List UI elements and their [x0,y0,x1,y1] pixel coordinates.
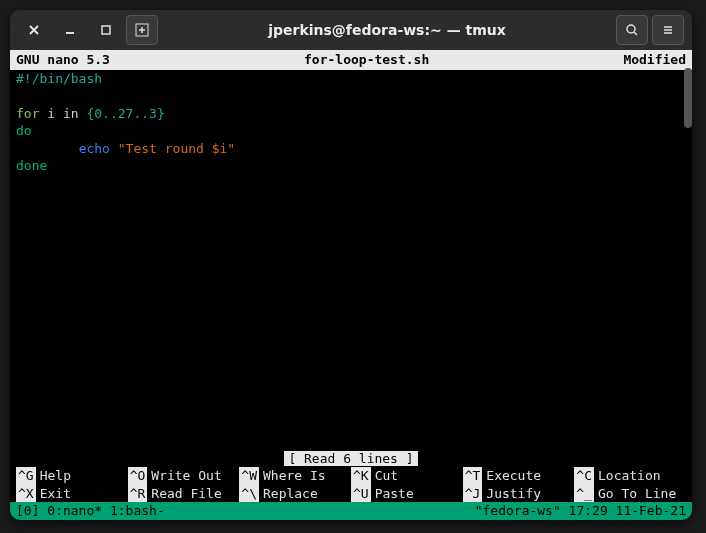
svg-point-2 [627,25,635,33]
shortcut-justify: ^JJustify [463,485,575,503]
close-button[interactable] [18,15,50,45]
search-button[interactable] [616,15,648,45]
nano-status-line: [ Read 6 lines ] [10,450,692,468]
nano-app-name: GNU nano 5.3 [16,51,110,69]
shortcut-execute: ^TExecute [463,467,575,485]
shortcut-replace: ^\Replace [239,485,351,503]
terminal-window: jperkins@fedora-ws:~ — tmux GNU nano 5.3… [10,10,692,520]
shortcut-writeout: ^OWrite Out [128,467,240,485]
tmux-status-bar: [0] 0:nano* 1:bash- "fedora-ws" 17:29 11… [10,502,692,520]
shortcut-whereis: ^WWhere Is [239,467,351,485]
code-for-keyword: for [16,106,39,121]
minimize-button[interactable] [54,15,86,45]
code-indent [16,141,79,156]
code-do-keyword: do [16,123,32,138]
window-title: jperkins@fedora-ws:~ — tmux [162,22,612,38]
nano-modified: Modified [623,51,686,69]
shortcut-exit: ^XExit [16,485,128,503]
menu-button[interactable] [652,15,684,45]
tmux-datetime: 17:29 11-Feb-21 [569,502,686,520]
code-echo-keyword: echo [79,141,110,156]
code-shebang: #!/bin/bash [16,71,102,86]
shortcut-readfile: ^RRead File [128,485,240,503]
shortcut-cut: ^KCut [351,467,463,485]
code-for-rest: i in [39,106,86,121]
nano-shortcuts: ^GHelp ^OWrite Out ^WWhere Is ^KCut ^TEx… [10,467,692,502]
nano-read-message: [ Read 6 lines ] [284,451,417,466]
new-tab-button[interactable] [126,15,158,45]
svg-rect-0 [102,26,110,34]
tmux-host: "fedora-ws" [475,502,561,520]
titlebar: jperkins@fedora-ws:~ — tmux [10,10,692,50]
shortcut-paste: ^UPaste [351,485,463,503]
nano-header: GNU nano 5.3 for-loop-test.sh Modified [10,50,692,70]
nano-filename: for-loop-test.sh [110,51,623,69]
tmux-windows: [0] 0:nano* 1:bash- [16,502,475,520]
code-done-keyword: done [16,158,47,173]
code-echo-string: "Test round $i" [110,141,235,156]
scrollbar-thumb[interactable] [684,68,692,128]
shortcut-help: ^GHelp [16,467,128,485]
maximize-button[interactable] [90,15,122,45]
terminal-area[interactable]: GNU nano 5.3 for-loop-test.sh Modified #… [10,50,692,520]
shortcut-location: ^CLocation [574,467,686,485]
shortcut-gotoline: ^_Go To Line [574,485,686,503]
code-for-range: {0..27..3} [86,106,164,121]
editor-content[interactable]: #!/bin/bash for i in {0..27..3} do echo … [10,70,692,450]
